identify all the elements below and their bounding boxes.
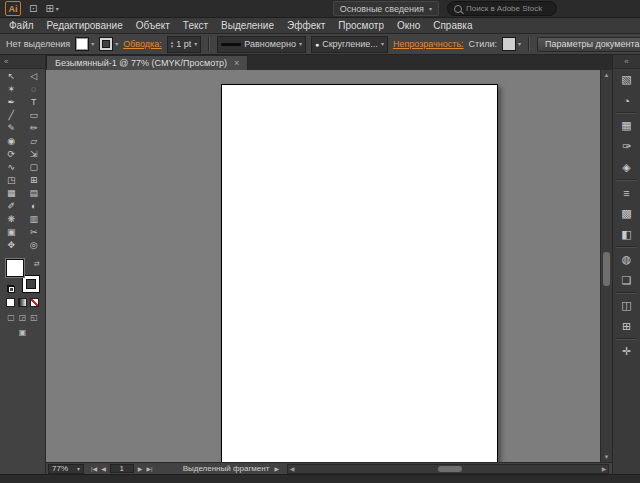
artboard-number-field[interactable]: 1 [110,464,134,473]
document-tab[interactable]: Безымянный-1 @ 77% (CMYK/Просмотр) × [46,55,248,70]
stroke-color-well[interactable] [22,275,40,293]
scroll-right-icon[interactable]: ▶ [600,465,608,473]
artboard-tool[interactable]: ▣ [0,225,23,238]
last-artboard-button[interactable]: ▶| [146,465,152,472]
scale-tool[interactable]: ⇲ [23,147,46,160]
graphic-style-picker[interactable]: ▾ [502,37,521,51]
magic-wand-tool[interactable]: ✶ [0,82,23,95]
swap-fill-stroke-icon[interactable]: ⇄ [34,260,40,267]
horizontal-scrollbar[interactable]: ◀ ▶ [287,464,609,474]
layers-panel-icon[interactable]: ◫ [613,295,640,316]
fill-color-picker[interactable]: ▾ [75,37,94,51]
color-guide-panel-icon[interactable]: ◔ [613,90,640,111]
pen-tool[interactable]: ✒ [0,95,23,108]
mesh-tool[interactable]: ▦ [0,186,23,199]
brushes-panel-icon[interactable]: ✑ [613,136,640,157]
menu-type[interactable]: Текст [183,20,208,31]
menu-view[interactable]: Просмотр [338,20,384,31]
menu-effect[interactable]: Эффект [287,20,325,31]
eraser-tool[interactable]: ▱ [23,134,46,147]
scroll-down-icon[interactable]: ▼ [601,452,612,462]
menu-select[interactable]: Выделение [221,20,274,31]
stroke-width-stepper[interactable]: ▴ ▾ 1 pt ▾ [167,36,202,53]
width-profile-dropdown[interactable]: Равномерно ▾ [217,36,306,53]
none-fill-icon[interactable] [30,298,39,307]
screen-mode-icon[interactable]: ▣ [19,328,27,337]
bridge-icon[interactable]: ⊡ [29,3,37,14]
transparency-panel-icon[interactable]: ◧ [613,224,640,245]
next-artboard-button[interactable]: ▶ [138,465,143,472]
workspace-switcher[interactable]: Основные сведения ▾ [333,1,439,16]
draw-inside-icon[interactable]: ◱ [30,313,38,322]
stock-search-input[interactable] [466,4,550,13]
menu-object[interactable]: Объект [136,20,170,31]
stroke-panel-link[interactable]: Обводка: [123,39,162,49]
swatches-panel-icon[interactable]: ▦ [613,115,640,136]
blob-brush-tool[interactable]: ◉ [0,134,23,147]
default-colors-icon[interactable] [7,285,15,293]
gradient-tool[interactable]: ▤ [23,186,46,199]
stock-search-box[interactable] [447,1,557,16]
tools-panel-header[interactable]: « [0,55,45,69]
horizontal-scroll-thumb[interactable] [438,466,462,472]
pencil-tool[interactable]: ✏ [23,121,46,134]
artboards-panel-icon[interactable]: ⊞ [613,316,640,337]
draw-behind-icon[interactable]: ◲ [19,313,27,322]
artboard[interactable] [221,84,498,462]
symbol-sprayer-tool[interactable]: ❋ [0,212,23,225]
scroll-up-icon[interactable]: ▲ [601,70,612,80]
fill-color-well[interactable] [6,259,24,277]
paintbrush-tool[interactable]: ✎ [0,121,23,134]
stroke-panel-icon[interactable]: ≡ [613,182,640,203]
color-panel-icon[interactable]: ▧ [613,69,640,90]
menu-edit[interactable]: Редактирование [47,20,123,31]
draw-normal-icon[interactable]: ▢ [7,313,15,322]
zoom-level-dropdown[interactable]: 77% ▾ [48,464,84,474]
menu-file[interactable]: Файл [9,20,34,31]
scroll-left-icon[interactable]: ◀ [288,465,296,473]
opacity-panel-link[interactable]: Непрозрачность: [393,39,464,49]
graphic-styles-panel-icon[interactable]: ❏ [613,270,640,291]
line-segment-tool[interactable]: ╱ [0,108,23,121]
dock-header[interactable]: « [613,55,640,69]
gradient-panel-icon[interactable]: ▩ [613,203,640,224]
arrange-documents-icon[interactable]: ⊞ ▾ [45,3,58,14]
gradient-fill-icon[interactable] [18,298,27,307]
close-icon[interactable]: × [234,58,239,68]
menu-window[interactable]: Окно [397,20,420,31]
canvas-area[interactable] [46,70,600,462]
color-fill-icon[interactable] [6,298,15,307]
selection-tool[interactable]: ↖ [0,69,23,82]
direct-selection-tool[interactable]: ◁ [23,69,46,82]
previous-artboard-button[interactable]: ◀ [101,465,106,472]
navigator-panel-icon[interactable]: ✛ [613,341,640,362]
collapse-panel-icon[interactable]: « [4,57,8,66]
free-transform-tool[interactable]: ▢ [23,160,46,173]
document-setup-button[interactable]: Параметры документа [537,37,640,52]
first-artboard-button[interactable]: |◀ [91,465,97,472]
menu-help[interactable]: Справка [433,20,472,31]
vertical-scrollbar[interactable]: ▲ ▼ [600,70,612,462]
perspective-grid-tool[interactable]: ⊞ [23,173,46,186]
symbols-panel-icon[interactable]: ◈ [613,157,640,178]
expand-panels-icon[interactable]: « [624,57,628,66]
shape-builder-tool[interactable]: ◳ [0,173,23,186]
zoom-tool[interactable]: ◎ [23,238,46,251]
status-display-dropdown[interactable]: Выделенный фрагмент ▶ [183,464,279,473]
appearance-panel-icon[interactable]: ◍ [613,249,640,270]
stroke-color-picker[interactable]: ▾ [99,37,118,51]
column-graph-tool[interactable]: ▥ [23,212,46,225]
type-tool[interactable]: T [23,95,46,108]
vertical-scroll-thumb[interactable] [603,252,610,286]
rectangle-tool[interactable]: ▭ [23,108,46,121]
spinner-icons[interactable]: ▴ ▾ [171,40,174,48]
slice-tool[interactable]: ✂ [23,225,46,238]
brush-definition-dropdown[interactable]: ● Скругление... ▾ [311,36,388,53]
spin-down-icon[interactable]: ▾ [171,44,174,48]
width-tool[interactable]: ∿ [0,160,23,173]
rotate-tool[interactable]: ⟳ [0,147,23,160]
lasso-tool[interactable]: ◌ [23,82,46,95]
hand-tool[interactable]: ✥ [0,238,23,251]
eyedropper-tool[interactable]: ✐ [0,199,23,212]
blend-tool[interactable]: ◐ [23,199,46,212]
